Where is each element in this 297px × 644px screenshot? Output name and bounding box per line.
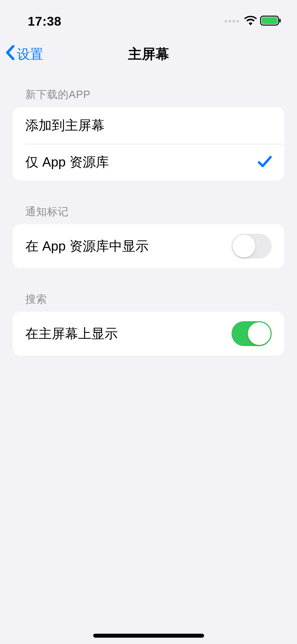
option-app-library-only[interactable]: 仅 App 资源库 xyxy=(13,144,284,181)
row-label: 在主屏幕上显示 xyxy=(25,325,118,343)
section-header-search: 搜索 xyxy=(13,292,284,312)
status-bar: 17:38 xyxy=(0,0,297,37)
nav-bar: 设置 主屏幕 xyxy=(0,37,297,71)
home-indicator[interactable] xyxy=(93,634,204,638)
svg-rect-2 xyxy=(279,19,281,22)
svg-rect-1 xyxy=(262,17,277,24)
row-show-on-home: 在主屏幕上显示 xyxy=(13,312,284,356)
section-header-new-apps: 新下载的APP xyxy=(13,87,284,107)
status-time: 17:38 xyxy=(16,14,62,29)
status-right xyxy=(225,16,281,27)
back-button[interactable]: 设置 xyxy=(0,45,43,63)
option-label: 仅 App 资源库 xyxy=(25,153,109,171)
group-search: 在主屏幕上显示 xyxy=(13,312,284,356)
checkmark-icon xyxy=(258,155,272,169)
chevron-left-icon xyxy=(5,45,15,63)
row-label: 在 App 资源库中显示 xyxy=(25,237,149,255)
back-label: 设置 xyxy=(17,45,43,63)
section-search: 搜索 在主屏幕上显示 xyxy=(13,292,284,356)
switch-knob xyxy=(248,322,271,345)
section-new-apps: 新下载的APP 添加到主屏幕 仅 App 资源库 xyxy=(13,87,284,181)
toggle-show-in-library[interactable] xyxy=(232,234,272,259)
switch-knob xyxy=(233,235,255,257)
cellular-dots-icon xyxy=(225,20,239,22)
toggle-show-on-home[interactable] xyxy=(232,321,272,346)
page-title: 主屏幕 xyxy=(128,45,169,63)
option-add-to-home[interactable]: 添加到主屏幕 xyxy=(13,107,284,144)
group-badges: 在 App 资源库中显示 xyxy=(13,224,284,268)
content: 新下载的APP 添加到主屏幕 仅 App 资源库 通知标记 在 App 资源库中… xyxy=(0,87,297,356)
section-badges: 通知标记 在 App 资源库中显示 xyxy=(13,204,284,268)
option-label: 添加到主屏幕 xyxy=(25,117,105,134)
row-show-in-library: 在 App 资源库中显示 xyxy=(13,224,284,268)
wifi-icon xyxy=(244,16,257,26)
battery-icon xyxy=(260,16,281,27)
group-new-apps: 添加到主屏幕 仅 App 资源库 xyxy=(13,107,284,181)
section-header-badges: 通知标记 xyxy=(13,204,284,224)
